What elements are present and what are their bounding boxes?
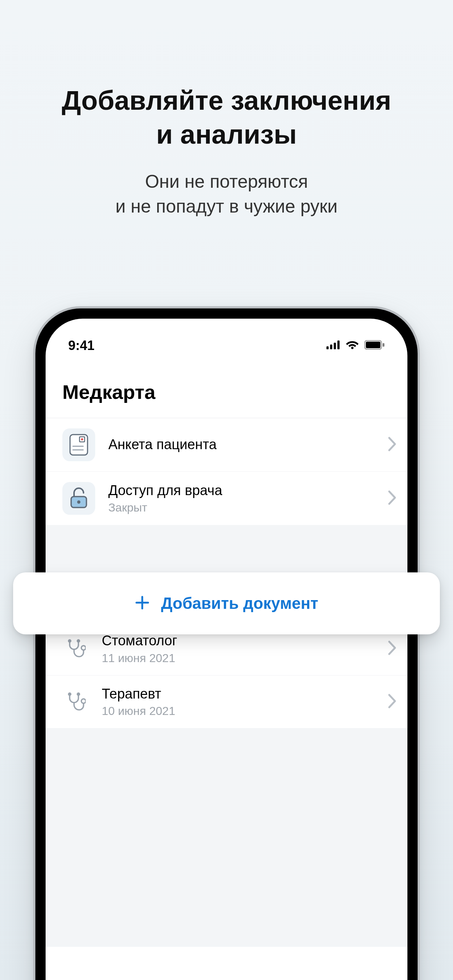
promo-title-line1: Добавляйте заключения: [62, 85, 391, 116]
top-list: Анкета пациента Доступ для врача: [46, 418, 407, 525]
phone-screen: 9:41 Медкарта: [46, 319, 407, 980]
svg-rect-6: [383, 343, 384, 347]
cellular-icon: [327, 340, 340, 351]
status-bar: 9:41: [46, 319, 407, 359]
svg-rect-5: [366, 342, 380, 348]
promo-title-line2: и анализы: [156, 119, 297, 150]
page-title: Медкарта: [46, 359, 407, 418]
row-title: Стоматолог: [102, 633, 375, 649]
wifi-icon: [345, 340, 359, 351]
svg-point-15: [81, 646, 86, 650]
row-doctor-access[interactable]: Доступ для врача Закрыт: [46, 471, 407, 525]
plus-icon: [135, 595, 150, 612]
svg-rect-2: [334, 343, 336, 349]
bottom-gap: [46, 728, 407, 947]
svg-point-20: [77, 693, 80, 695]
documents-list: Стоматолог 11 июня 2021: [46, 622, 407, 728]
row-subtitle: Закрыт: [108, 501, 375, 514]
row-title: Терапевт: [102, 686, 375, 703]
chevron-right-icon: [388, 436, 396, 453]
stethoscope-icon: [62, 635, 89, 662]
row-title: Анкета пациента: [108, 436, 375, 453]
promo-title: Добавляйте заключения и анализы: [0, 0, 453, 151]
promo-sub-line1: Они не потеряются: [145, 171, 308, 192]
svg-point-16: [69, 640, 71, 642]
svg-rect-1: [330, 345, 332, 349]
promo-sub-line2: и не попадут в чужие руки: [115, 196, 337, 216]
lock-icon: [62, 482, 95, 515]
stethoscope-icon: [62, 689, 89, 715]
svg-point-14: [77, 501, 81, 504]
patient-form-icon: [62, 428, 95, 461]
add-document-label: Добавить документ: [161, 594, 318, 612]
svg-rect-3: [337, 340, 340, 349]
battery-icon: [364, 340, 385, 351]
chevron-right-icon: [388, 490, 396, 507]
chevron-right-icon: [388, 694, 396, 710]
row-title: Доступ для врача: [108, 482, 375, 499]
chevron-right-icon: [388, 640, 396, 657]
row-document-therapist[interactable]: Терапевт 10 июня 2021: [46, 675, 407, 729]
row-date: 11 июня 2021: [102, 652, 375, 665]
row-patient-form[interactable]: Анкета пациента: [46, 418, 407, 471]
status-icons: [327, 340, 385, 351]
svg-point-17: [77, 640, 80, 642]
svg-rect-0: [327, 346, 329, 349]
status-time: 9:41: [68, 338, 94, 353]
svg-point-19: [69, 693, 71, 695]
add-document-button[interactable]: Добавить документ: [13, 573, 440, 635]
row-date: 10 июня 2021: [102, 705, 375, 718]
phone-mockup: 9:41 Медкарта: [33, 306, 420, 980]
promo-subtitle: Они не потеряются и не попадут в чужие р…: [0, 170, 453, 219]
svg-point-18: [81, 699, 86, 703]
